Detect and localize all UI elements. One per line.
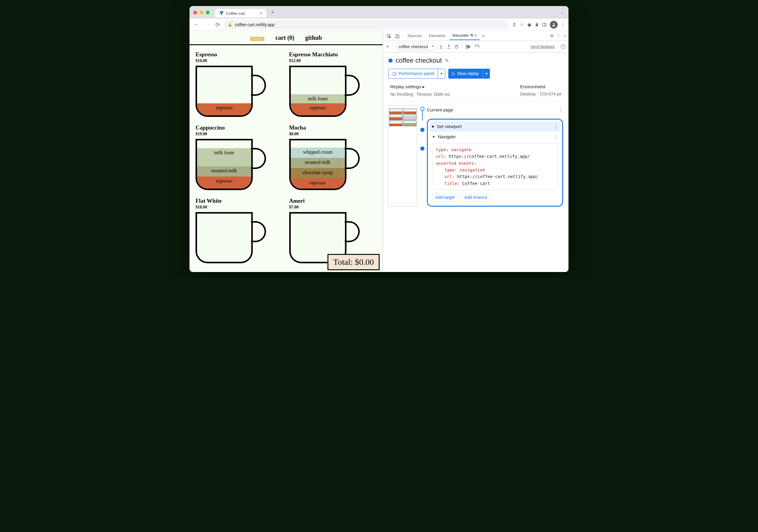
reload-button[interactable]: ⟳ <box>214 20 221 29</box>
close-devtools-icon[interactable]: × <box>564 33 566 38</box>
tab-title: Coffee cart <box>226 11 245 16</box>
kebab-icon[interactable]: ⋮ <box>561 22 566 27</box>
nav-github[interactable]: github <box>305 34 322 41</box>
tab-elements[interactable]: Elements <box>426 32 448 40</box>
more-tabs-icon[interactable]: » <box>481 32 486 40</box>
traffic-lights <box>193 11 210 15</box>
new-recording-icon[interactable]: + <box>386 44 389 50</box>
send-feedback-link[interactable]: Send feedback <box>531 45 555 49</box>
url-text: coffee-cart.netlify.app <box>235 22 275 27</box>
product-card[interactable]: Espresso Macchiato $12.00 milk foamespre… <box>289 51 377 119</box>
coffee-cup-icon <box>195 212 265 263</box>
product-name: Mocha <box>289 124 377 131</box>
perf-dropdown-icon[interactable]: ▾ <box>438 69 445 78</box>
step-action-buttons: Add target Add timeout <box>430 193 560 202</box>
page-frame: menu cart (0) github Espresso $10.00 esp… <box>190 31 383 272</box>
kebab-icon[interactable]: ⋮ <box>557 33 561 38</box>
recording-title: coffee checkout <box>396 57 442 64</box>
zoom-icon[interactable] <box>206 11 210 15</box>
step-icon[interactable] <box>466 44 471 50</box>
coffee-cup-icon: whipped creamsteamed milkchocolate syrup… <box>289 139 359 190</box>
product-price: $8.00 <box>289 132 377 136</box>
product-name: Flat White <box>195 198 283 204</box>
delete-icon[interactable] <box>454 44 459 50</box>
layer-label: steamed milk <box>197 166 251 177</box>
close-icon[interactable] <box>193 11 197 15</box>
profile-avatar[interactable] <box>550 21 558 29</box>
total-box[interactable]: Total: $0.00 <box>327 254 380 270</box>
devtools-panel: | Sources Elements Recorder⚗× » ⚙ ⋮ × + … <box>383 31 568 272</box>
tab-sources[interactable]: Sources <box>404 32 425 40</box>
coffee-cup-icon: milk foamsteamed milkespresso <box>195 139 265 190</box>
product-name: Ameri <box>289 198 377 204</box>
browser-tab[interactable]: Coffee cart × <box>215 9 266 17</box>
close-tab-icon[interactable]: × <box>474 33 477 38</box>
nav-cart[interactable]: cart (0) <box>275 34 294 41</box>
recording-select[interactable]: coffee checkout <box>396 43 436 50</box>
device-icon[interactable] <box>394 32 401 40</box>
forward-button: → <box>203 20 211 29</box>
kebab-icon[interactable]: ⋮ <box>553 134 558 140</box>
layer-label: milk foam <box>291 94 345 103</box>
product-price: $10.00 <box>195 58 283 63</box>
product-card[interactable]: Flat White $18.00 <box>195 198 283 266</box>
new-tab-button[interactable]: + <box>271 9 274 16</box>
gauge-icon <box>392 71 397 76</box>
labs-icon[interactable] <box>535 22 539 27</box>
continue-icon[interactable] <box>474 44 480 50</box>
recording-title-row: coffee checkout ✎ <box>388 57 563 64</box>
add-target-button[interactable]: Add target <box>432 193 458 202</box>
back-button[interactable]: ← <box>192 20 200 29</box>
product-card[interactable]: Espresso $10.00 espresso <box>195 51 283 119</box>
layer-label: espresso <box>291 103 345 116</box>
product-card[interactable]: Mocha $8.00 whipped creamsteamed milkcho… <box>289 124 377 193</box>
extensions-icon[interactable] <box>527 22 532 27</box>
close-tab-icon[interactable]: × <box>259 11 262 16</box>
product-name: Espresso <box>195 51 283 58</box>
kebab-icon[interactable]: ⋮ <box>559 107 563 113</box>
product-price: $7.00 <box>289 205 377 210</box>
product-price: $19.00 <box>195 132 283 136</box>
browser-window: Coffee cart × + ⌄ ← → ⟳ 🔒 coffee-cart.ne… <box>190 6 568 272</box>
help-icon[interactable]: ? <box>561 44 566 49</box>
devtools-tabs: | Sources Elements Recorder⚗× » ⚙ ⋮ × <box>383 31 568 41</box>
add-timeout-button[interactable]: Add timeout <box>461 193 491 202</box>
layer-label: chocolate syrup <box>291 168 345 178</box>
edit-title-icon[interactable]: ✎ <box>445 58 449 64</box>
url-input[interactable]: 🔒 coffee-cart.netlify.app <box>224 20 509 29</box>
svg-point-2 <box>553 23 555 25</box>
inspect-icon[interactable] <box>385 32 393 40</box>
step-set-viewport[interactable]: ▶ Set viewport ⋮ <box>430 121 560 132</box>
nav-menu[interactable]: menu <box>250 34 264 41</box>
replay-dropdown-icon[interactable]: ▾ <box>483 69 490 78</box>
slow-replay-button[interactable]: ▷ Slow replay ▾ <box>448 69 490 79</box>
action-buttons: Performance panel ▾ ▷ Slow replay ▾ <box>388 69 563 79</box>
share-icon[interactable] <box>512 22 517 27</box>
timeline-current-page: Current page⋮ <box>420 105 563 115</box>
step-detail: type: navigate url: https://coffee-cart.… <box>432 143 558 190</box>
titlebar: Coffee cart × + ⌄ <box>190 6 568 19</box>
tabs-chevron-icon[interactable]: ⌄ <box>561 10 565 15</box>
sidepanel-icon[interactable] <box>542 22 547 27</box>
flask-icon: ⚗ <box>470 33 473 38</box>
export-icon[interactable] <box>439 44 443 50</box>
layer-label: milk foam <box>197 148 251 166</box>
timeline-node-icon <box>420 147 425 150</box>
tab-recorder[interactable]: Recorder⚗× <box>450 31 480 40</box>
product-card[interactable]: Cappuccino $19.00 milk foamsteamed milke… <box>195 124 283 193</box>
minimize-icon[interactable] <box>199 11 203 15</box>
settings-icon[interactable]: ⚙ <box>550 33 554 38</box>
recording-dot-icon <box>388 58 393 63</box>
recorder-toolbar: + | coffee checkout | Send feedback ? <box>383 41 568 52</box>
product-name: Cappuccino <box>195 124 283 131</box>
performance-panel-button[interactable]: Performance panel ▾ <box>388 69 445 79</box>
bookmark-icon[interactable]: ☆ <box>520 22 524 27</box>
kebab-icon[interactable]: ⋮ <box>553 124 558 129</box>
chevron-down-icon: ▼ <box>432 135 435 139</box>
import-icon[interactable] <box>446 44 451 50</box>
step-navigate[interactable]: ▼ Navigate ⋮ <box>430 132 560 142</box>
replay-settings[interactable]: Replay settings ▸ No throttling|Timeout:… <box>390 84 450 97</box>
chevron-right-icon: ▶ <box>432 124 434 128</box>
coffee-cup-icon: espresso <box>195 66 265 117</box>
coffee-cup-icon: milk foamespresso <box>289 66 359 117</box>
